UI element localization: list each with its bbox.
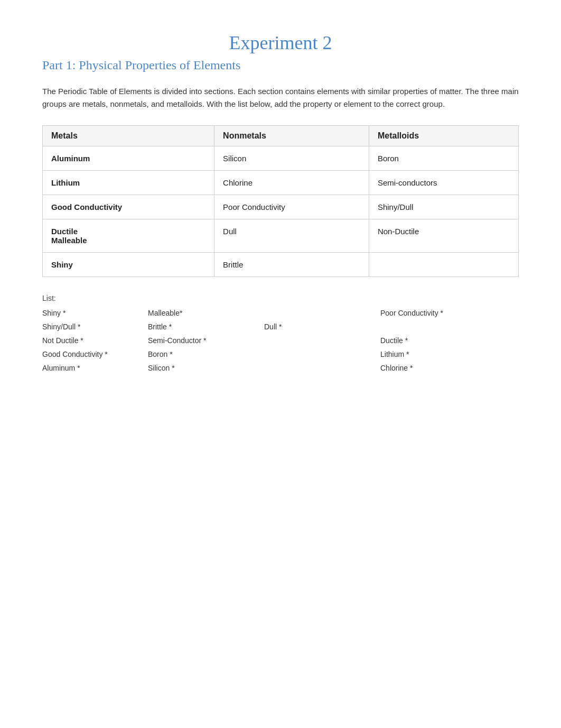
list-item: Ductile * — [380, 336, 486, 345]
list-item: Shiny * — [42, 309, 148, 317]
nonmetals-header: Nonmetals — [214, 126, 369, 146]
list-item — [264, 309, 380, 317]
table-cell: Semi-conductors — [369, 171, 518, 195]
list-item: Brittle * — [148, 322, 264, 331]
table-cell: Silicon — [214, 146, 369, 171]
list-item: Chlorine * — [380, 364, 486, 372]
table-cell: DuctileMalleable — [43, 219, 214, 253]
table-cell: Shiny/Dull — [369, 195, 518, 219]
table-cell: Chlorine — [214, 171, 369, 195]
table-cell: Dull — [214, 219, 369, 253]
list-item: Silicon * — [148, 364, 264, 372]
list-item — [380, 322, 486, 331]
elements-table: Metals Nonmetals Metalloids AluminumSili… — [42, 125, 519, 277]
list-grid: Shiny *Malleable*Poor Conductivity *Shin… — [42, 309, 519, 372]
table-cell: Aluminum — [43, 146, 214, 171]
page-title: Experiment 2 — [42, 32, 519, 54]
table-cell — [369, 253, 518, 277]
table-cell: Brittle — [214, 253, 369, 277]
list-item: Semi-Conductor * — [148, 336, 264, 345]
list-label: List: — [42, 294, 519, 302]
list-item: Dull * — [264, 322, 380, 331]
list-item — [264, 336, 380, 345]
list-item: Lithium * — [380, 350, 486, 358]
list-item: Boron * — [148, 350, 264, 358]
list-item: Malleable* — [148, 309, 264, 317]
metals-header: Metals — [43, 126, 214, 146]
part-subtitle: Part 1: Physical Properties of Elements — [42, 58, 519, 72]
list-item: Shiny/Dull * — [42, 322, 148, 331]
table-cell: Shiny — [43, 253, 214, 277]
list-item — [264, 364, 380, 372]
list-item: Good Conductivity * — [42, 350, 148, 358]
table-cell: Boron — [369, 146, 518, 171]
table-cell: Poor Conductivity — [214, 195, 369, 219]
list-item: Aluminum * — [42, 364, 148, 372]
list-item — [264, 350, 380, 358]
table-cell: Good Conductivity — [43, 195, 214, 219]
list-section: List: Shiny *Malleable*Poor Conductivity… — [42, 294, 519, 372]
list-item: Poor Conductivity * — [380, 309, 486, 317]
table-cell: Non-Ductile — [369, 219, 518, 253]
list-item: Not Ductile * — [42, 336, 148, 345]
metalloids-header: Metalloids — [369, 126, 518, 146]
table-cell: Lithium — [43, 171, 214, 195]
intro-paragraph: The Periodic Table of Elements is divide… — [42, 85, 519, 110]
